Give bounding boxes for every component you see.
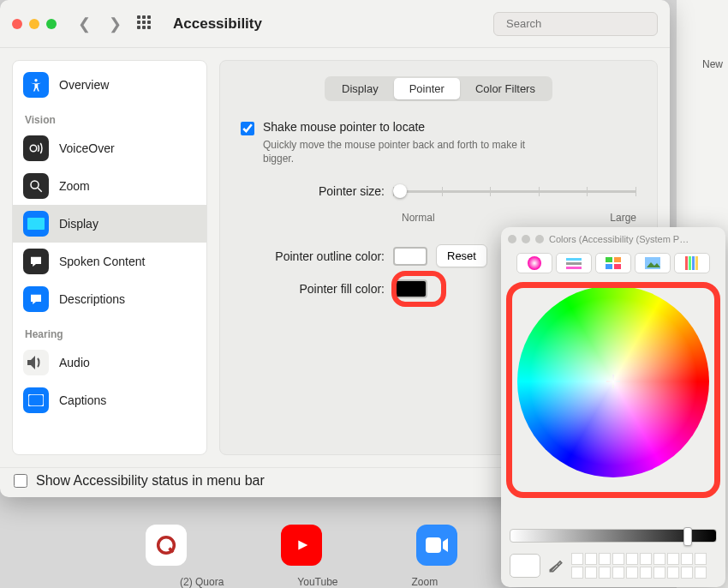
- svg-rect-20: [685, 256, 688, 270]
- close-window-icon[interactable]: [12, 19, 22, 29]
- tab-display[interactable]: Display: [326, 78, 394, 99]
- sidebar-item-overview[interactable]: Overview: [13, 66, 206, 104]
- sidebar-item-descriptions[interactable]: Descriptions: [13, 280, 206, 318]
- sidebar-item-label: Zoom: [59, 179, 90, 193]
- shake-to-locate-desc: Quickly move the mouse pointer back and …: [263, 139, 554, 165]
- svg-point-2: [34, 79, 37, 81]
- color-wheel[interactable]: [517, 285, 709, 477]
- traffic-lights[interactable]: [12, 19, 57, 29]
- sidebar-item-label: Spoken Content: [59, 255, 145, 268]
- app-label: YouTube: [297, 576, 337, 588]
- svg-marker-25: [298, 541, 307, 550]
- sidebar-item-label: Display: [59, 217, 98, 231]
- sidebar-item-zoom[interactable]: Zoom: [13, 167, 206, 205]
- outline-color-label: Pointer outline color:: [241, 249, 393, 263]
- zoom-icon: [23, 173, 49, 199]
- color-wheel-icon: [527, 255, 542, 271]
- grid-icon: [137, 15, 154, 33]
- outline-color-swatch[interactable]: [393, 247, 427, 266]
- svg-rect-26: [426, 537, 441, 553]
- brightness-slider[interactable]: [510, 529, 717, 543]
- shake-to-locate-label: Shake mouse pointer to locate: [263, 120, 425, 134]
- fill-color-label: Pointer fill color:: [241, 282, 393, 296]
- picker-title: Colors (Accessibility (System P…: [549, 234, 689, 244]
- sidebar-section-hearing: Hearing: [13, 318, 206, 344]
- back-button[interactable]: ❮: [72, 13, 96, 35]
- brightness-slider-knob[interactable]: [683, 527, 692, 546]
- sidebar-item-captions[interactable]: Captions: [13, 381, 206, 419]
- sidebar-item-voiceover[interactable]: VoiceOver: [13, 129, 206, 167]
- sidebar-item-label: Audio: [59, 356, 90, 369]
- pointer-size-slider[interactable]: [393, 183, 636, 200]
- picker-wheel-area[interactable]: [501, 279, 725, 524]
- show-all-button[interactable]: [134, 13, 158, 35]
- picker-tab-image[interactable]: [635, 253, 671, 273]
- quora-icon[interactable]: [146, 525, 187, 566]
- picker-tab-pencils[interactable]: [674, 253, 710, 273]
- picker-tab-palettes[interactable]: [595, 253, 631, 273]
- tab-color-filters[interactable]: Color Filters: [460, 78, 551, 99]
- sidebar-item-display[interactable]: Display: [13, 205, 206, 243]
- sidebar-item-audio[interactable]: Audio: [13, 344, 206, 381]
- image-icon: [645, 257, 660, 269]
- reset-button[interactable]: Reset: [436, 244, 487, 267]
- svg-point-6: [33, 297, 35, 299]
- status-menubar-checkbox[interactable]: [14, 474, 27, 488]
- current-color-swatch[interactable]: [510, 554, 540, 578]
- audio-icon: [23, 350, 49, 375]
- zoom-window-icon[interactable]: [46, 19, 57, 29]
- zoom-app-icon[interactable]: [416, 525, 457, 566]
- sidebar-item-spoken-content[interactable]: Spoken Content: [13, 243, 206, 280]
- spoken-content-icon: [23, 249, 49, 274]
- svg-rect-21: [689, 256, 691, 270]
- sidebar-item-label: Descriptions: [59, 292, 125, 306]
- minimize-window-icon[interactable]: [29, 19, 39, 29]
- crosshair-icon[interactable]: [606, 375, 620, 388]
- picker-mode-tabs[interactable]: [501, 251, 725, 279]
- pencils-icon: [684, 256, 700, 270]
- picker-minimize-icon[interactable]: [522, 235, 530, 243]
- svg-marker-27: [443, 538, 448, 552]
- voiceover-icon: [23, 135, 49, 161]
- picker-zoom-icon[interactable]: [535, 235, 544, 243]
- saved-colors-grid[interactable]: [571, 553, 707, 579]
- window-title: Accessibility: [173, 15, 262, 33]
- sidebar-item-label: Overview: [59, 78, 109, 92]
- picker-tab-sliders[interactable]: [556, 253, 592, 273]
- svg-point-3: [30, 145, 37, 152]
- shake-to-locate-checkbox[interactable]: [241, 122, 254, 135]
- svg-point-10: [528, 256, 541, 270]
- tab-segmented-control[interactable]: Display Pointer Color Filters: [325, 76, 552, 101]
- svg-point-8: [38, 297, 39, 299]
- app-label: Zoom: [412, 576, 439, 588]
- youtube-icon[interactable]: [281, 525, 322, 566]
- svg-rect-14: [606, 257, 612, 262]
- picker-close-icon[interactable]: [508, 235, 516, 243]
- svg-rect-22: [692, 256, 695, 270]
- tab-pointer[interactable]: Pointer: [394, 78, 460, 99]
- forward-button[interactable]: ❯: [103, 13, 127, 35]
- descriptions-icon: [23, 286, 49, 312]
- color-picker-window: Colors (Accessibility (System P…: [501, 227, 725, 587]
- sidebar-item-label: Captions: [59, 393, 106, 407]
- fill-color-swatch[interactable]: [393, 279, 427, 298]
- search-input[interactable]: [506, 17, 650, 30]
- svg-point-7: [35, 297, 37, 299]
- captions-icon: [23, 387, 49, 413]
- svg-rect-23: [695, 256, 698, 270]
- picker-titlebar[interactable]: Colors (Accessibility (System P…: [501, 227, 725, 251]
- svg-rect-16: [606, 264, 612, 269]
- slider-max-label: Large: [610, 212, 636, 224]
- display-icon: [23, 211, 49, 237]
- accessibility-icon: [23, 72, 49, 98]
- pointer-size-label: Pointer size:: [241, 184, 393, 198]
- search-field[interactable]: [493, 12, 658, 36]
- svg-rect-17: [614, 264, 621, 269]
- svg-line-5: [38, 188, 42, 192]
- status-menubar-label: Show Accessibility status in menu bar: [36, 473, 265, 489]
- picker-tab-wheel[interactable]: [516, 253, 552, 273]
- svg-rect-12: [566, 262, 582, 265]
- eyedropper-icon[interactable]: [547, 557, 564, 574]
- picker-footer: [501, 548, 725, 587]
- toolbar: ❮ ❯ Accessibility: [0, 0, 670, 48]
